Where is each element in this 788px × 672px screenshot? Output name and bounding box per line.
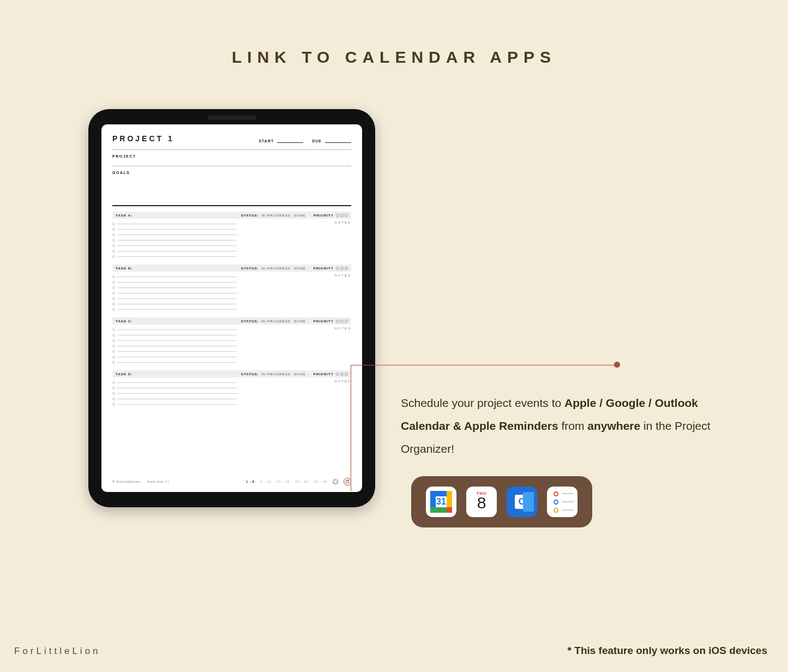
notes-label: NOTES: [244, 274, 351, 277]
task-line[interactable]: [112, 354, 237, 359]
apple-reminders-icon: [547, 487, 578, 517]
status-done[interactable]: DONE: [294, 266, 306, 270]
page-range-link[interactable]: 17 - 24: [276, 480, 290, 483]
task-line[interactable]: [112, 307, 237, 312]
task-line[interactable]: [112, 243, 237, 248]
task-line[interactable]: [112, 226, 237, 232]
page-title: LINK TO CALENDAR APPS: [0, 0, 788, 67]
priority-label: PRIORITY: [314, 319, 334, 323]
svg-rect-5: [447, 507, 452, 513]
start-field[interactable]: START: [258, 139, 303, 143]
footer-visit-link[interactable]: Visit site >>: [147, 480, 170, 483]
task-line[interactable]: [112, 232, 237, 237]
task-line[interactable]: [112, 279, 237, 285]
tablet-frame: PROJECT 1 START DUE PROJECT GOALS TASK A…: [88, 109, 375, 507]
reminder-row: [554, 508, 574, 513]
task-name: TASK C:: [116, 319, 241, 323]
page-range-link[interactable]: 25 - 32: [295, 480, 308, 483]
task-line[interactable]: [112, 327, 237, 332]
status-done[interactable]: DONE: [294, 319, 306, 323]
planner-screen: PROJECT 1 START DUE PROJECT GOALS TASK A…: [101, 124, 362, 492]
task-name: TASK D:: [116, 372, 241, 376]
notes-label: NOTES: [244, 380, 351, 383]
task-line[interactable]: [112, 301, 237, 307]
start-label: START: [258, 139, 274, 143]
status-in-progress[interactable]: IN PROGRESS: [261, 266, 291, 270]
task-line[interactable]: [112, 343, 237, 349]
priority-dots[interactable]: [336, 373, 348, 376]
task-header: TASK B:STATUS:IN PROGRESSDONEPRIORITY: [112, 265, 351, 272]
callout-end-dot: [614, 362, 620, 368]
callout-line-horizontal: [351, 365, 617, 365]
priority-label: PRIORITY: [314, 372, 334, 376]
task-line[interactable]: [112, 391, 237, 396]
app-tray: 31 THU 8 O: [411, 476, 592, 527]
footer-note: * This feature only works on iOS devices: [568, 645, 767, 657]
task-line[interactable]: [112, 332, 237, 338]
task-line[interactable]: [112, 338, 237, 343]
callout-text: Schedule your project events to Apple / …: [401, 392, 750, 460]
status-in-progress[interactable]: IN PROGRESS: [261, 213, 291, 217]
home-icon[interactable]: [333, 479, 338, 484]
footer-brand: ForLittleLion: [14, 646, 101, 657]
task-name: TASK B:: [116, 266, 241, 270]
priority-label: PRIORITY: [314, 213, 334, 217]
page-range-link[interactable]: 33 - 40: [314, 480, 327, 483]
task-block: TASK C:STATUS:IN PROGRESSDONEPRIORITYNOT…: [112, 317, 351, 365]
task-line[interactable]: [112, 380, 237, 385]
task-name: TASK A:: [116, 213, 241, 217]
task-header: TASK C:STATUS:IN PROGRESSDONEPRIORITY: [112, 317, 351, 325]
task-line[interactable]: [112, 274, 237, 279]
task-line[interactable]: [112, 349, 237, 354]
status-label: STATUS:: [241, 372, 259, 376]
apple-calendar-day: 8: [477, 495, 486, 511]
task-header: TASK A:STATUS:IN PROGRESSDONEPRIORITY: [112, 212, 351, 219]
status-done[interactable]: DONE: [294, 372, 306, 376]
page-range-link[interactable]: 1 - 8: [246, 480, 255, 483]
export-icon[interactable]: [344, 478, 351, 485]
start-input-line[interactable]: [277, 139, 303, 143]
task-header: TASK D:STATUS:IN PROGRESSDONEPRIORITY: [112, 370, 351, 377]
page-range-link[interactable]: 9 - 16: [260, 480, 271, 483]
task-block: TASK B:STATUS:IN PROGRESSDONEPRIORITYNOT…: [112, 265, 351, 312]
svg-text:31: 31: [436, 497, 446, 506]
task-line[interactable]: [112, 290, 237, 296]
status-in-progress[interactable]: IN PROGRESS: [261, 319, 291, 323]
task-block: TASK A:STATUS:IN PROGRESSDONEPRIORITYNOT…: [112, 212, 351, 259]
notes-label: NOTES: [244, 327, 351, 330]
task-line[interactable]: [112, 359, 237, 365]
project-title: PROJECT 1: [112, 134, 175, 143]
task-line[interactable]: [112, 385, 237, 391]
status-label: STATUS:: [241, 213, 259, 217]
status-done[interactable]: DONE: [294, 213, 306, 217]
due-label: DUE: [312, 139, 322, 143]
task-line[interactable]: [112, 254, 237, 259]
task-block: TASK D:STATUS:IN PROGRESSDONEPRIORITYNOT…: [112, 370, 351, 407]
outlook-icon: O: [507, 487, 537, 517]
planner-footer: © ForLittleLion. Visit site >> 1 - 89 - …: [112, 478, 351, 485]
task-line[interactable]: [112, 221, 237, 226]
reminder-row: [554, 491, 574, 496]
task-line[interactable]: [112, 401, 237, 407]
google-calendar-icon: 31: [426, 487, 456, 517]
task-line[interactable]: [112, 296, 237, 301]
callout-line-vertical: [351, 365, 351, 491]
due-input-line[interactable]: [325, 139, 351, 143]
task-line[interactable]: [112, 237, 237, 243]
reminder-row: [554, 500, 574, 505]
project-label: PROJECT: [112, 154, 351, 158]
task-line[interactable]: [112, 285, 237, 290]
priority-dots[interactable]: [336, 320, 348, 323]
task-line[interactable]: [112, 248, 237, 254]
goals-label: GOALS: [112, 171, 351, 175]
due-field[interactable]: DUE: [312, 139, 351, 143]
priority-dots[interactable]: [336, 214, 348, 217]
footer-copyright: © ForLittleLion.: [112, 480, 142, 483]
notes-label: NOTES: [244, 221, 351, 224]
status-in-progress[interactable]: IN PROGRESS: [261, 372, 291, 376]
task-line[interactable]: [112, 396, 237, 401]
status-label: STATUS:: [241, 266, 259, 270]
priority-dots[interactable]: [336, 267, 348, 270]
apple-calendar-icon: THU 8: [466, 487, 497, 517]
priority-label: PRIORITY: [314, 266, 334, 270]
